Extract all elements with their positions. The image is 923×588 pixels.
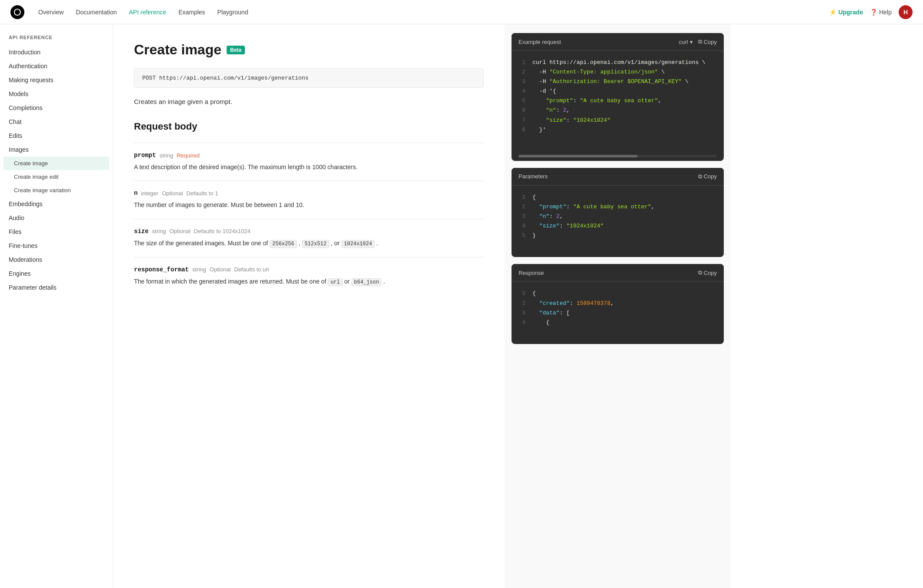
param-n-desc: The number of images to generate. Must b… — [134, 200, 484, 210]
sidebar-item-images[interactable]: Images — [0, 143, 113, 157]
sidebar-item-files[interactable]: Files — [0, 225, 113, 239]
response-panel: Response ⧉ Copy 1{ 2 "created": 15894783… — [512, 264, 724, 344]
copy-icon: ⧉ — [698, 269, 702, 276]
logo-icon[interactable] — [10, 5, 24, 19]
parameters-panel: Parameters ⧉ Copy 1{ 2 "prompt": "A cute… — [512, 168, 724, 257]
sidebar-item-authentication[interactable]: Authentication — [0, 59, 113, 73]
code-area: Example request curl ▾ ⧉ Copy 1curl http… — [505, 24, 731, 588]
response-header: Response ⧉ Copy — [512, 264, 724, 282]
copy-example-button[interactable]: ⧉ Copy — [698, 38, 717, 45]
copy-parameters-button[interactable]: ⧉ Copy — [698, 173, 717, 180]
param-n: n integer Optional Defaults to 1 The num… — [134, 180, 484, 218]
sidebar-item-create-image[interactable]: Create image — [3, 157, 109, 170]
copy-icon: ⧉ — [698, 38, 702, 45]
sidebar-item-fine-tunes[interactable]: Fine-tunes — [0, 239, 113, 253]
param-size-default: Defaults to 1024x1024 — [194, 228, 251, 234]
example-request-title: Example request — [518, 39, 561, 45]
sidebar-item-making-requests[interactable]: Making requests — [0, 73, 113, 87]
copy-icon: ⧉ — [698, 173, 702, 180]
param-response-format-name: response_format — [134, 266, 189, 273]
sidebar-item-create-image-variation[interactable]: Create image variation — [0, 184, 113, 197]
parameters-body: 1{ 2 "prompt": "A cute baby sea otter", … — [512, 186, 724, 257]
response-title: Response — [518, 270, 544, 276]
nav-links: Overview Documentation API reference Exa… — [38, 9, 815, 16]
param-prompt: prompt string Required A text descriptio… — [134, 143, 484, 180]
sidebar-item-introduction[interactable]: Introduction — [0, 45, 113, 59]
param-prompt-name: prompt — [134, 152, 156, 159]
nav-playground[interactable]: Playground — [217, 9, 248, 16]
nav-overview[interactable]: Overview — [38, 9, 64, 16]
param-response-format: response_format string Optional Defaults… — [134, 257, 484, 295]
param-prompt-header: prompt string Required — [134, 152, 484, 159]
nav-api-reference[interactable]: API reference — [129, 9, 167, 16]
param-prompt-type: string — [159, 152, 173, 159]
param-response-format-header: response_format string Optional Defaults… — [134, 266, 484, 273]
param-response-format-type: string — [192, 266, 206, 273]
size-option-1024: 1024x1024 — [341, 240, 375, 248]
avatar[interactable]: H — [899, 5, 913, 19]
description: Creates an image given a prompt. — [134, 97, 484, 107]
sidebar-item-embeddings[interactable]: Embeddings — [0, 197, 113, 211]
response-body: 1{ 2 "created": 1589478378, 3 "data": [ … — [512, 282, 724, 344]
page-title-container: Create image Beta — [134, 42, 484, 58]
layout: API REFERENCE Introduction Authenticatio… — [0, 24, 923, 588]
sidebar-section-title: API REFERENCE — [0, 35, 113, 45]
example-request-header: Example request curl ▾ ⧉ Copy — [512, 33, 724, 51]
upgrade-button[interactable]: ⚡ Upgrade — [829, 9, 863, 16]
sidebar-item-create-image-edit[interactable]: Create image edit — [0, 170, 113, 184]
lightning-icon: ⚡ — [829, 9, 836, 16]
nav-documentation[interactable]: Documentation — [76, 9, 117, 16]
scroll-indicator — [518, 155, 717, 157]
param-response-format-optional: Optional — [210, 266, 231, 273]
example-request-body: 1curl https://api.openai.com/v1/images/g… — [512, 51, 724, 151]
sidebar-item-models[interactable]: Models — [0, 87, 113, 101]
sidebar-item-audio[interactable]: Audio — [0, 211, 113, 225]
response-controls: ⧉ Copy — [698, 269, 717, 276]
sidebar-item-completions[interactable]: Completions — [0, 101, 113, 115]
endpoint-box: POST https://api.openai.com/v1/images/ge… — [134, 68, 484, 88]
size-option-256: 256x256 — [270, 240, 297, 248]
beta-badge: Beta — [227, 46, 245, 54]
parameters-header: Parameters ⧉ Copy — [512, 168, 724, 186]
param-n-default: Defaults to 1 — [187, 190, 218, 197]
param-size-name: size — [134, 228, 149, 235]
nav-right: ⚡ Upgrade ❓ Help H — [829, 5, 913, 19]
param-prompt-desc: A text description of the desired image(… — [134, 162, 484, 172]
param-n-type: integer — [141, 190, 158, 197]
parameters-controls: ⧉ Copy — [698, 173, 717, 180]
copy-response-button[interactable]: ⧉ Copy — [698, 269, 717, 276]
param-n-name: n — [134, 190, 137, 197]
request-body-title: Request body — [134, 121, 484, 132]
param-size-desc: The size of the generated images. Must b… — [134, 238, 484, 248]
param-n-optional: Optional — [162, 190, 183, 197]
doc-area: Create image Beta POST https://api.opena… — [113, 24, 505, 588]
example-request-panel: Example request curl ▾ ⧉ Copy 1curl http… — [512, 33, 724, 161]
param-response-format-default: Defaults to url — [234, 266, 269, 273]
format-option-url: url — [328, 278, 343, 286]
svg-point-0 — [10, 5, 24, 19]
example-request-controls: curl ▾ ⧉ Copy — [679, 38, 717, 45]
nav-examples[interactable]: Examples — [178, 9, 205, 16]
lang-select[interactable]: curl ▾ — [679, 39, 693, 45]
format-option-b64: b64_json — [351, 278, 382, 286]
top-nav: Overview Documentation API reference Exa… — [0, 0, 923, 24]
param-prompt-required: Required — [177, 152, 200, 159]
sidebar-item-moderations[interactable]: Moderations — [0, 253, 113, 267]
param-n-header: n integer Optional Defaults to 1 — [134, 190, 484, 197]
chevron-down-icon: ▾ — [690, 39, 693, 45]
sidebar-item-edits[interactable]: Edits — [0, 129, 113, 143]
main-content: Create image Beta POST https://api.opena… — [113, 24, 923, 588]
param-size-optional: Optional — [169, 228, 190, 234]
param-size-header: size string Optional Defaults to 1024x10… — [134, 228, 484, 235]
sidebar-item-parameter-details[interactable]: Parameter details — [0, 281, 113, 294]
parameters-title: Parameters — [518, 173, 548, 180]
param-size: size string Optional Defaults to 1024x10… — [134, 219, 484, 257]
size-option-512: 512x512 — [302, 240, 329, 248]
param-response-format-desc: The format in which the generated images… — [134, 277, 484, 287]
sidebar-item-chat[interactable]: Chat — [0, 115, 113, 129]
sidebar-item-engines[interactable]: Engines — [0, 267, 113, 281]
help-icon: ❓ — [870, 9, 877, 16]
sidebar: API REFERENCE Introduction Authenticatio… — [0, 24, 113, 588]
param-size-type: string — [152, 228, 166, 234]
help-button[interactable]: ❓ Help — [870, 9, 892, 16]
